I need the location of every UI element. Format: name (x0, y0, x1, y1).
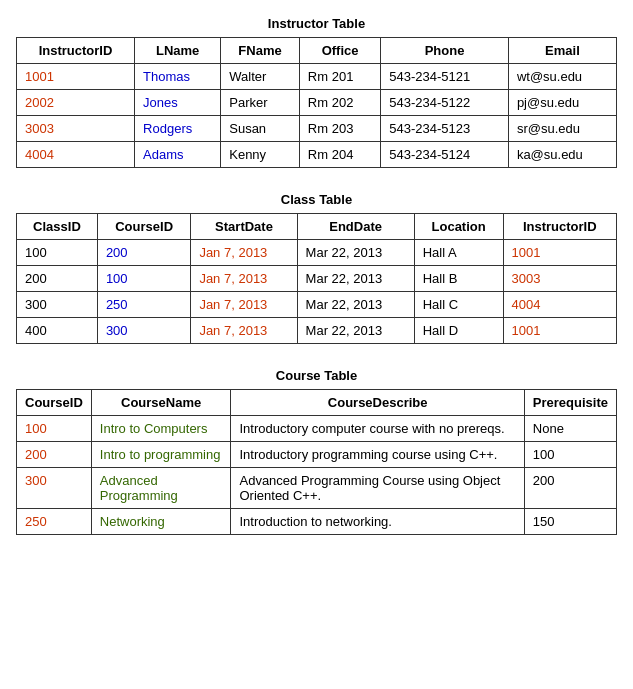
course-coursedesc: Introduction to networking. (231, 509, 524, 535)
class-enddate: Mar 22, 2013 (297, 318, 414, 344)
course-col-coursedesc: CourseDescribe (231, 390, 524, 416)
course-coursename: Advanced Programming (91, 468, 231, 509)
course-col-coursename: CourseName (91, 390, 231, 416)
course-coursedesc: Introductory computer course with no pre… (231, 416, 524, 442)
class-startdate: Jan 7, 2013 (191, 292, 297, 318)
course-coursename: Intro to programming (91, 442, 231, 468)
class-instructorid: 1001 (503, 240, 616, 266)
instructor-phone: 543-234-5121 (381, 64, 509, 90)
instructor-fname: Walter (221, 64, 300, 90)
class-enddate: Mar 22, 2013 (297, 292, 414, 318)
instructor-lname: Adams (135, 142, 221, 168)
table-row: 200 100 Jan 7, 2013 Mar 22, 2013 Hall B … (17, 266, 617, 292)
class-col-classid: ClassID (17, 214, 98, 240)
class-courseid: 250 (97, 292, 191, 318)
class-col-enddate: EndDate (297, 214, 414, 240)
instructor-id: 3003 (17, 116, 135, 142)
course-table: CourseID CourseName CourseDescribe Prere… (16, 389, 617, 535)
course-table-title: Course Table (16, 368, 617, 383)
class-col-instructorid: InstructorID (503, 214, 616, 240)
class-col-location: Location (414, 214, 503, 240)
instructor-email: pj@su.edu (508, 90, 616, 116)
instructor-email: ka@su.edu (508, 142, 616, 168)
course-prereq: 150 (524, 509, 616, 535)
course-col-prereq: Prerequisite (524, 390, 616, 416)
class-table-title: Class Table (16, 192, 617, 207)
table-row: 100 Intro to Computers Introductory comp… (17, 416, 617, 442)
course-courseid: 250 (17, 509, 92, 535)
instructor-office: Rm 204 (299, 142, 380, 168)
instructor-phone: 543-234-5122 (381, 90, 509, 116)
instructor-office: Rm 203 (299, 116, 380, 142)
course-coursedesc: Advanced Programming Course using Object… (231, 468, 524, 509)
instructor-col-phone: Phone (381, 38, 509, 64)
instructor-id: 1001 (17, 64, 135, 90)
table-row: 200 Intro to programming Introductory pr… (17, 442, 617, 468)
class-col-courseid: CourseID (97, 214, 191, 240)
class-instructorid: 3003 (503, 266, 616, 292)
table-row: 1001 Thomas Walter Rm 201 543-234-5121 w… (17, 64, 617, 90)
course-courseid: 300 (17, 468, 92, 509)
class-courseid: 100 (97, 266, 191, 292)
course-prereq: None (524, 416, 616, 442)
instructor-fname: Kenny (221, 142, 300, 168)
table-row: 400 300 Jan 7, 2013 Mar 22, 2013 Hall D … (17, 318, 617, 344)
class-table: ClassID CourseID StartDate EndDate Locat… (16, 213, 617, 344)
instructor-office: Rm 202 (299, 90, 380, 116)
course-coursename: Networking (91, 509, 231, 535)
instructor-phone: 543-234-5123 (381, 116, 509, 142)
course-coursedesc: Introductory programming course using C+… (231, 442, 524, 468)
class-startdate: Jan 7, 2013 (191, 318, 297, 344)
instructor-header-row: InstructorID LName FName Office Phone Em… (17, 38, 617, 64)
instructor-table-section: Instructor Table InstructorID LName FNam… (16, 16, 617, 168)
instructor-office: Rm 201 (299, 64, 380, 90)
class-instructorid: 4004 (503, 292, 616, 318)
instructor-email: wt@su.edu (508, 64, 616, 90)
instructor-col-email: Email (508, 38, 616, 64)
table-row: 2002 Jones Parker Rm 202 543-234-5122 pj… (17, 90, 617, 116)
course-courseid: 100 (17, 416, 92, 442)
class-table-section: Class Table ClassID CourseID StartDate E… (16, 192, 617, 344)
table-row: 300 Advanced Programming Advanced Progra… (17, 468, 617, 509)
instructor-col-office: Office (299, 38, 380, 64)
class-location: Hall A (414, 240, 503, 266)
class-classid: 100 (17, 240, 98, 266)
instructor-fname: Parker (221, 90, 300, 116)
instructor-phone: 543-234-5124 (381, 142, 509, 168)
instructor-lname: Thomas (135, 64, 221, 90)
course-prereq: 200 (524, 468, 616, 509)
course-coursename: Intro to Computers (91, 416, 231, 442)
instructor-email: sr@su.edu (508, 116, 616, 142)
table-row: 100 200 Jan 7, 2013 Mar 22, 2013 Hall A … (17, 240, 617, 266)
class-header-row: ClassID CourseID StartDate EndDate Locat… (17, 214, 617, 240)
class-location: Hall D (414, 318, 503, 344)
class-startdate: Jan 7, 2013 (191, 266, 297, 292)
class-startdate: Jan 7, 2013 (191, 240, 297, 266)
instructor-lname: Jones (135, 90, 221, 116)
instructor-col-lname: LName (135, 38, 221, 64)
instructor-col-fname: FName (221, 38, 300, 64)
class-classid: 400 (17, 318, 98, 344)
class-location: Hall B (414, 266, 503, 292)
course-prereq: 100 (524, 442, 616, 468)
class-instructorid: 1001 (503, 318, 616, 344)
instructor-id: 2002 (17, 90, 135, 116)
class-classid: 200 (17, 266, 98, 292)
class-courseid: 300 (97, 318, 191, 344)
class-courseid: 200 (97, 240, 191, 266)
instructor-table-title: Instructor Table (16, 16, 617, 31)
instructor-id: 4004 (17, 142, 135, 168)
class-location: Hall C (414, 292, 503, 318)
course-courseid: 200 (17, 442, 92, 468)
table-row: 300 250 Jan 7, 2013 Mar 22, 2013 Hall C … (17, 292, 617, 318)
table-row: 4004 Adams Kenny Rm 204 543-234-5124 ka@… (17, 142, 617, 168)
instructor-col-id: InstructorID (17, 38, 135, 64)
class-classid: 300 (17, 292, 98, 318)
class-enddate: Mar 22, 2013 (297, 240, 414, 266)
instructor-fname: Susan (221, 116, 300, 142)
table-row: 250 Networking Introduction to networkin… (17, 509, 617, 535)
instructor-lname: Rodgers (135, 116, 221, 142)
class-col-startdate: StartDate (191, 214, 297, 240)
course-header-row: CourseID CourseName CourseDescribe Prere… (17, 390, 617, 416)
table-row: 3003 Rodgers Susan Rm 203 543-234-5123 s… (17, 116, 617, 142)
